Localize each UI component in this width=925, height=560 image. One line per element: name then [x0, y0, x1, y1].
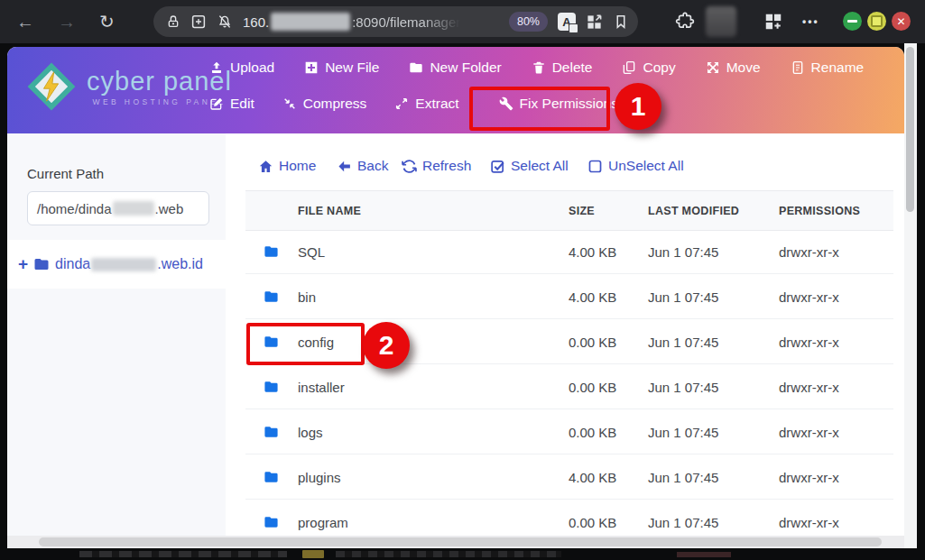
browser-forward-icon[interactable]: → — [58, 11, 76, 32]
cyberpanel-logo[interactable]: cyber panel WEB HOSTING PANEL — [27, 62, 232, 111]
tracking-prevention-icon[interactable] — [190, 14, 207, 30]
profile-avatar[interactable] — [706, 6, 736, 37]
address-bar[interactable]: 160.:8090/filemanager 80% A — [153, 6, 638, 37]
file-name: config — [298, 334, 334, 349]
checkbox-empty-icon — [587, 159, 603, 174]
cyberpanel-header: cyber panel WEB HOSTING PANEL Upload New… — [7, 47, 904, 133]
folder-icon — [264, 289, 279, 304]
extract-arrows-icon — [394, 96, 409, 111]
new-folder-button[interactable]: New Folder — [409, 60, 501, 76]
upload-icon — [209, 60, 224, 75]
file-permissions: drwxr-xr-x — [779, 469, 839, 484]
refresh-link[interactable]: Refresh — [402, 158, 471, 174]
file-size: 4.00 KB — [569, 289, 616, 304]
move-arrows-icon — [706, 60, 720, 75]
redacted-path-segment — [113, 201, 154, 216]
maximize-button[interactable] — [867, 12, 886, 31]
browser-toolbar: ← → ↻ 160.:8090/filemanager 80% A ••• ✕ — [0, 0, 925, 43]
refresh-icon — [402, 159, 417, 174]
file-table: SQL 4.00 KB Jun 1 07:45 drwxr-xr-x bin 4… — [245, 229, 893, 536]
expand-plus-icon[interactable]: + — [18, 254, 28, 274]
domain-label: dinda.web.id — [55, 256, 203, 272]
select-all-link[interactable]: Select All — [490, 158, 569, 174]
favorites-icon[interactable] — [613, 14, 629, 30]
move-button[interactable]: Move — [706, 60, 761, 76]
file-size: 0.00 KB — [569, 514, 616, 529]
folder-icon — [409, 60, 423, 75]
folder-icon — [264, 334, 279, 349]
notifications-blocked-icon[interactable] — [217, 14, 233, 30]
zoom-level-badge[interactable]: 80% — [509, 12, 548, 32]
filemanager-main: Home Back Refresh Select All UnSelect Al… — [226, 133, 904, 536]
folder-icon — [264, 514, 279, 529]
file-name: installer — [298, 379, 345, 394]
home-icon — [258, 159, 273, 174]
copy-icon — [622, 60, 636, 75]
back-link[interactable]: Back — [337, 158, 388, 174]
sidebar: Current Path /home/dinda.web + dinda.web… — [7, 133, 226, 536]
file-permissions: drwxr-xr-x — [779, 289, 839, 304]
taskbar-glitch — [336, 551, 561, 557]
new-file-button[interactable]: New File — [304, 60, 379, 76]
close-button[interactable]: ✕ — [892, 12, 911, 31]
plus-square-icon — [304, 60, 319, 75]
browser-back-icon[interactable]: ← — [16, 11, 34, 32]
unselect-all-link[interactable]: UnSelect All — [587, 158, 684, 174]
home-link[interactable]: Home — [258, 158, 316, 174]
table-row-config[interactable]: config 0.00 KB Jun 1 07:45 drwxr-xr-x — [245, 319, 893, 364]
extensions-icon[interactable] — [675, 12, 695, 32]
compress-arrows-icon — [282, 96, 297, 111]
translate-icon[interactable]: A — [558, 13, 576, 31]
folder-icon — [264, 424, 279, 439]
delete-button[interactable]: Delete — [532, 60, 593, 76]
rename-button[interactable]: Rename — [791, 60, 865, 76]
column-permissions: PERMISSIONS — [779, 205, 860, 217]
table-row-program[interactable]: program 0.00 KB Jun 1 07:45 drwxr-xr-x — [245, 500, 893, 536]
wrench-icon — [499, 96, 513, 111]
taskbar-glitch — [79, 551, 287, 557]
column-size: SIZE — [569, 205, 595, 217]
more-menu-icon[interactable]: ••• — [802, 15, 819, 28]
cyberpanel-filemanager-window: cyber panel WEB HOSTING PANEL Upload New… — [7, 47, 904, 548]
checkbox-checked-icon — [490, 159, 505, 174]
taskbar-glitch — [677, 552, 731, 557]
file-size: 0.00 KB — [569, 334, 616, 349]
compress-button[interactable]: Compress — [282, 96, 367, 112]
file-name: SQL — [298, 243, 325, 259]
vertical-scrollbar-thumb[interactable] — [906, 47, 914, 212]
trash-icon — [532, 60, 546, 75]
url-text: 160.:8090/filemanager — [243, 13, 460, 31]
table-row-logs[interactable]: logs 0.00 KB Jun 1 07:45 drwxr-xr-x — [245, 409, 893, 454]
edit-button[interactable]: Edit — [209, 96, 254, 112]
horizontal-scrollbar-thumb[interactable] — [39, 537, 882, 546]
horizontal-scrollbar[interactable] — [7, 536, 904, 548]
file-name: logs — [298, 424, 323, 439]
table-row-bin[interactable]: bin 4.00 KB Jun 1 07:45 drwxr-xr-x — [245, 274, 893, 319]
folder-icon — [264, 243, 279, 259]
fix-permissions-button[interactable]: Fix Permissions — [499, 96, 618, 112]
file-permissions: drwxr-xr-x — [779, 243, 839, 259]
file-name: plugins — [298, 469, 341, 484]
table-row-sql[interactable]: SQL 4.00 KB Jun 1 07:45 drwxr-xr-x — [245, 229, 893, 274]
minimize-button[interactable] — [843, 12, 862, 31]
file-modified: Jun 1 07:45 — [648, 334, 718, 349]
table-row-installer[interactable]: installer 0.00 KB Jun 1 07:45 drwxr-xr-x — [245, 364, 893, 409]
current-path-label: Current Path — [27, 166, 104, 181]
rename-file-icon — [791, 60, 805, 75]
table-row-plugins[interactable]: plugins 4.00 KB Jun 1 07:45 drwxr-xr-x — [245, 454, 893, 500]
file-size: 4.00 KB — [569, 243, 616, 259]
split-screen-icon[interactable] — [586, 14, 603, 31]
file-modified: Jun 1 07:45 — [648, 379, 718, 394]
toolbar-row-2: Edit Compress Extract Fix Permissions — [209, 96, 618, 112]
sidebar-item-domain-root[interactable]: + dinda.web.id — [7, 240, 226, 289]
browser-refresh-icon[interactable]: ↻ — [99, 11, 115, 32]
vertical-scrollbar[interactable] — [904, 43, 917, 548]
current-path-input[interactable]: /home/dinda.web — [27, 191, 209, 225]
extract-button[interactable]: Extract — [394, 96, 458, 112]
file-modified: Jun 1 07:45 — [648, 424, 718, 439]
copy-button[interactable]: Copy — [622, 60, 675, 76]
apps-icon[interactable] — [763, 12, 783, 32]
upload-button[interactable]: Upload — [209, 60, 274, 76]
file-name: program — [298, 514, 348, 529]
back-arrow-icon — [337, 159, 352, 174]
